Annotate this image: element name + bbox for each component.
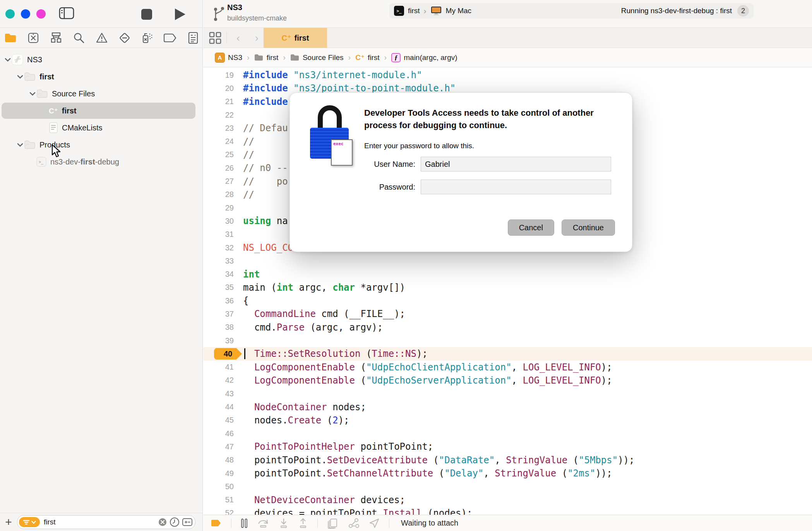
tests-icon[interactable] xyxy=(118,31,131,45)
tree-item-first[interactable]: first xyxy=(0,68,202,85)
line-number[interactable]: 50 xyxy=(203,482,243,491)
symbols-icon[interactable] xyxy=(50,31,63,45)
add-file-button[interactable]: + xyxy=(0,516,17,529)
back-button[interactable]: ‹ xyxy=(232,28,245,48)
clear-icon[interactable] xyxy=(158,517,167,527)
code-line-40[interactable]: 40 Time::SetResolution (Time::NS); xyxy=(203,347,812,360)
disclosure-chevron-icon[interactable] xyxy=(29,92,36,96)
issue-count-badge[interactable]: 2 xyxy=(737,5,749,17)
code-line-52[interactable]: 52 devices = pointToPoint.Install (nodes… xyxy=(203,507,812,515)
line-number[interactable]: 26 xyxy=(203,164,243,173)
line-number[interactable]: 30 xyxy=(203,217,243,226)
line-number[interactable]: 33 xyxy=(203,257,243,266)
tab-overview-button[interactable] xyxy=(209,28,222,48)
pause-icon[interactable] xyxy=(241,518,248,528)
disclosure-chevron-icon[interactable] xyxy=(16,75,24,79)
line-number[interactable]: 27 xyxy=(203,177,243,186)
line-number[interactable]: 46 xyxy=(203,429,243,438)
project-navigator-icon[interactable] xyxy=(4,31,17,45)
issues-icon[interactable] xyxy=(95,31,108,45)
scope-icon[interactable] xyxy=(182,517,193,527)
code-line-46[interactable]: 46 xyxy=(203,427,812,440)
line-number[interactable]: 52 xyxy=(203,509,243,515)
line-number[interactable]: 19 xyxy=(203,71,243,80)
code-line-51[interactable]: 51 NetDeviceContainer devices; xyxy=(203,493,812,507)
tree-item-source-files[interactable]: Source Files xyxy=(0,85,202,102)
code-line-47[interactable]: 47 PointToPointHelper pointToPoint; xyxy=(203,440,812,453)
line-number[interactable]: 39 xyxy=(203,336,243,345)
code-line-44[interactable]: 44 NodeContainer nodes; xyxy=(203,400,812,413)
line-number[interactable]: 21 xyxy=(203,97,243,106)
line-number[interactable]: 47 xyxy=(203,442,243,451)
line-number[interactable]: 20 xyxy=(203,84,243,93)
play-button[interactable] xyxy=(173,7,187,21)
step-out-icon[interactable] xyxy=(298,518,308,529)
code-line-36[interactable]: 36{ xyxy=(203,294,812,307)
breadcrumb-main-argc-argv-[interactable]: ƒmain(argc, argv) xyxy=(391,53,457,62)
reports-icon[interactable] xyxy=(187,31,200,45)
tree-item-ns3-dev-first-debug[interactable]: >_ns3-dev-first-debug xyxy=(0,153,202,170)
debug-gauge-icon[interactable] xyxy=(141,31,154,45)
line-number[interactable]: 48 xyxy=(203,456,243,464)
stop-button[interactable] xyxy=(140,8,153,21)
breadcrumb-first[interactable]: first xyxy=(254,53,279,62)
user-name-field[interactable]: Gabriel xyxy=(421,157,611,171)
line-number[interactable]: 25 xyxy=(203,150,243,159)
filter-pill-icon[interactable] xyxy=(19,517,40,527)
line-number[interactable]: 43 xyxy=(203,389,243,398)
breadcrumb-first[interactable]: C⁺first xyxy=(355,53,379,62)
cancel-button[interactable]: Cancel xyxy=(508,219,554,236)
line-number[interactable]: 37 xyxy=(203,310,243,319)
filter-input[interactable]: first xyxy=(44,518,156,526)
disclosure-chevron-icon[interactable] xyxy=(16,143,24,147)
sidebar-toggle-icon[interactable] xyxy=(59,7,74,20)
line-number[interactable]: 28 xyxy=(203,190,243,199)
scheme-name[interactable]: first xyxy=(408,7,420,15)
code-line-38[interactable]: 38 cmd.Parse (argc, argv); xyxy=(203,321,812,334)
tree-item-cmakelists[interactable]: CMakeLists xyxy=(0,119,202,136)
line-number[interactable]: 36 xyxy=(203,296,243,305)
line-number[interactable]: 32 xyxy=(203,243,243,252)
code-line-45[interactable]: 45 nodes.Create (2); xyxy=(203,414,812,427)
memory-graph-icon[interactable] xyxy=(348,518,360,529)
close-button[interactable] xyxy=(5,9,15,19)
breakpoints-icon[interactable] xyxy=(164,31,177,45)
zoom-button[interactable] xyxy=(36,9,46,19)
line-number[interactable]: 49 xyxy=(203,469,243,478)
code-line-35[interactable]: 35main (int argc, char *argv[]) xyxy=(203,281,812,294)
destination-name[interactable]: My Mac xyxy=(446,7,472,15)
code-line-50[interactable]: 50 xyxy=(203,480,812,493)
simulate-location-icon[interactable] xyxy=(369,518,380,529)
code-line-48[interactable]: 48 pointToPoint.SetDeviceAttribute ("Dat… xyxy=(203,454,812,467)
code-line-49[interactable]: 49 pointToPoint.SetChannelAttribute ("De… xyxy=(203,467,812,480)
disclosure-chevron-icon[interactable] xyxy=(4,58,12,62)
tree-item-first[interactable]: C⁺first xyxy=(0,102,202,119)
code-line-42[interactable]: 42 LogComponentEnable ("UdpEchoServerApp… xyxy=(203,374,812,387)
line-number[interactable]: 24 xyxy=(203,137,243,146)
forward-button[interactable]: › xyxy=(250,28,263,48)
breadcrumb-ns3[interactable]: ANS3 xyxy=(215,53,242,63)
code-line-41[interactable]: 41 LogComponentEnable ("UdpEchoClientApp… xyxy=(203,361,812,374)
line-number[interactable]: 44 xyxy=(203,403,243,411)
line-number[interactable]: 41 xyxy=(203,363,243,372)
line-number[interactable]: 51 xyxy=(203,495,243,504)
view-hierarchy-icon[interactable] xyxy=(327,518,339,529)
code-line-37[interactable]: 37 CommandLine cmd (__FILE__); xyxy=(203,307,812,320)
tree-item-products[interactable]: Products xyxy=(0,136,202,153)
step-into-icon[interactable] xyxy=(279,518,289,529)
line-number[interactable]: 31 xyxy=(203,230,243,239)
line-number[interactable]: 42 xyxy=(203,376,243,385)
breakpoint-badge[interactable]: 40 xyxy=(214,348,242,360)
code-line-19[interactable]: 19#include "ns3/internet-module.h" xyxy=(203,69,812,82)
line-number[interactable]: 29 xyxy=(203,204,243,212)
tab-first[interactable]: C⁺ first xyxy=(264,28,327,48)
line-number[interactable]: 45 xyxy=(203,416,243,425)
line-number[interactable]: 23 xyxy=(203,124,243,133)
filter-field[interactable]: first xyxy=(17,515,195,529)
step-over-icon[interactable] xyxy=(257,518,269,528)
password-field[interactable] xyxy=(421,180,611,194)
line-number[interactable]: 35 xyxy=(203,283,243,292)
line-number[interactable]: 34 xyxy=(203,270,243,279)
breakpoints-toggle-icon[interactable] xyxy=(211,519,222,527)
find-icon[interactable] xyxy=(72,31,86,45)
